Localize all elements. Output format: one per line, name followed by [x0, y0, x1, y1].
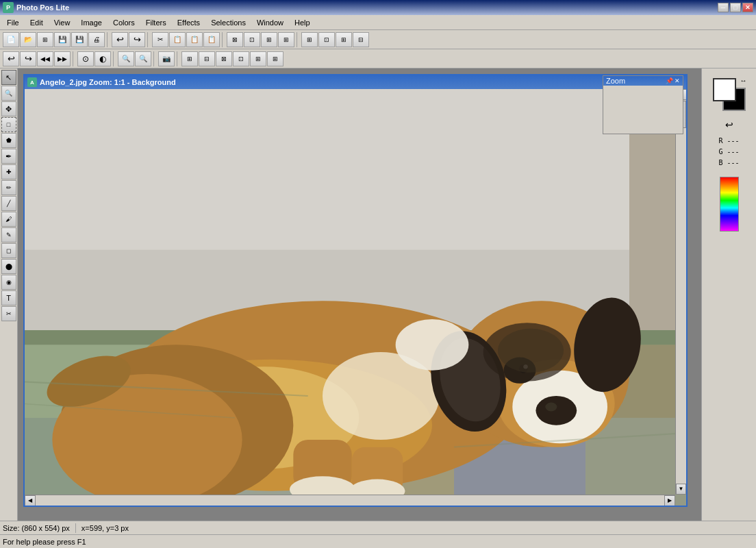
zoom-title-text: Zoom: [606, 77, 625, 85]
save-button[interactable]: 💾: [54, 32, 71, 47]
halfcircle-btn[interactable]: ◐: [94, 51, 111, 66]
paste-button[interactable]: 📋: [186, 32, 203, 47]
menu-window[interactable]: Window: [251, 17, 289, 28]
text-tool-button[interactable]: T: [1, 290, 16, 306]
separator-5: [73, 51, 75, 66]
left-toolbar: ↖ 🔍 ✥ □ ⬟ ✒ ✚ ✏ ╱ 🖌 ✎ ◻ ⬤ ◉ T ✂: [0, 68, 18, 521]
app-icon: P: [3, 2, 14, 13]
foreground-color-swatch[interactable]: [713, 78, 736, 101]
horizontal-scrollbar[interactable]: ◀ ▶: [25, 495, 675, 506]
main-layout: ↖ 🔍 ✥ □ ⬟ ✒ ✚ ✏ ╱ 🖌 ✎ ◻ ⬤ ◉ T ✂ A Angelo…: [0, 68, 756, 521]
zoom-fit-button[interactable]: ⊞: [301, 32, 318, 47]
grid4-btn[interactable]: ⊡: [233, 51, 249, 66]
separator-2: [147, 32, 150, 47]
color-spectrum[interactable]: [720, 177, 739, 232]
line-tool-button[interactable]: ╱: [1, 196, 16, 211]
zoom-tool-button[interactable]: 🔍: [1, 86, 16, 101]
toolbar-1: 📄 📂 ⊞ 💾 💾 🖨 ↩ ↪ ✂ 📋 📋 📋 ⊠ ⊡ ⊞ ⊞ ⊞ ⊡ ⊞ ⊟: [0, 30, 756, 49]
grid5-btn[interactable]: ⊞: [250, 51, 266, 66]
help-status-bar: For help please press F1: [0, 534, 756, 548]
menu-edit[interactable]: Edit: [25, 17, 49, 28]
undo-button[interactable]: ↩: [112, 32, 128, 47]
image-window-titlebar[interactable]: A Angelo_2.jpg Zoom: 1:1 - Background ─ …: [25, 75, 686, 89]
title-bar: P Photo Pos Lite ─ □ ✕: [0, 0, 756, 15]
crosshair-button[interactable]: ✚: [1, 164, 16, 179]
zoom-panel: Zoom 📌 ✕: [603, 75, 683, 134]
search2-btn[interactable]: 🔍: [135, 51, 151, 66]
menu-help[interactable]: Help: [289, 17, 316, 28]
scroll-down-button[interactable]: ▼: [676, 484, 686, 495]
zoom-pin-button[interactable]: 📌: [666, 77, 673, 84]
eraser-tool-button[interactable]: ◻: [1, 243, 16, 258]
back-button[interactable]: ↩: [3, 51, 19, 66]
pencil-tool-button[interactable]: ✎: [1, 227, 16, 242]
menu-image[interactable]: Image: [75, 17, 108, 28]
print-button[interactable]: 🖨: [88, 32, 105, 47]
vertical-scrollbar[interactable]: ▲ ▼: [675, 89, 686, 495]
paste-btn2[interactable]: 📋: [203, 32, 220, 47]
circle-btn[interactable]: ⊙: [77, 51, 94, 66]
pen-tool-button[interactable]: ✒: [1, 149, 16, 164]
scroll-right-button[interactable]: ▶: [664, 495, 675, 506]
gradient-tool-button[interactable]: ◉: [1, 275, 16, 290]
minimize-button[interactable]: ─: [718, 3, 729, 12]
menu-selections[interactable]: Selections: [205, 17, 251, 28]
swap-colors-button[interactable]: ↔: [740, 77, 747, 84]
svg-point-41: [498, 329, 564, 373]
search-btn[interactable]: 🔍: [118, 51, 134, 66]
prev-button[interactable]: ◀◀: [37, 51, 53, 66]
open-file-button[interactable]: 📂: [20, 32, 36, 47]
next-button[interactable]: ▶▶: [54, 51, 71, 66]
menu-filters[interactable]: Filters: [140, 17, 172, 28]
flip-button[interactable]: ⊞: [278, 32, 294, 47]
grid3-btn[interactable]: ⊠: [216, 51, 232, 66]
menu-view[interactable]: View: [49, 17, 76, 28]
separator-4: [297, 32, 299, 47]
lasso-tool-button[interactable]: ⬟: [1, 133, 16, 148]
svg-point-33: [545, 403, 557, 412]
image-window-title: Angelo_2.jpg Zoom: 1:1 - Background: [40, 78, 652, 86]
save-as-button[interactable]: 💾: [71, 32, 88, 47]
b-value: B ---: [718, 158, 739, 169]
redo-button[interactable]: ↪: [129, 32, 145, 47]
zoom-close-button[interactable]: ✕: [675, 77, 680, 84]
grid2-btn[interactable]: ⊟: [199, 51, 215, 66]
cut-button[interactable]: ✂: [152, 32, 168, 47]
rotate-button[interactable]: ⊞: [261, 32, 277, 47]
fill-tool-button[interactable]: ⬤: [1, 259, 16, 274]
grid-btn[interactable]: ⊞: [181, 51, 198, 66]
zoom-out-button[interactable]: ⊟: [353, 32, 369, 47]
close-button[interactable]: ✕: [742, 3, 753, 12]
separator-7: [153, 51, 156, 66]
camera-btn[interactable]: 📷: [158, 51, 175, 66]
menu-bar: File Edit View Image Colors Filters Effe…: [0, 15, 756, 30]
separator-6: [113, 51, 116, 66]
help-text: For help please press F1: [3, 538, 86, 546]
forward-button[interactable]: ↪: [20, 51, 36, 66]
draw-tool-button[interactable]: ✏: [1, 180, 16, 195]
reset-colors-icon[interactable]: ↩: [725, 119, 733, 130]
canvas-area[interactable]: A Angelo_2.jpg Zoom: 1:1 - Background ─ …: [18, 68, 701, 521]
image-window-icon: A: [27, 77, 37, 87]
scissor-tool-button[interactable]: ✂: [1, 306, 16, 321]
zoom-100-button[interactable]: ⊡: [318, 32, 335, 47]
maximize-button[interactable]: □: [730, 3, 741, 12]
arrow-tool-button[interactable]: ↖: [1, 70, 16, 85]
image-content[interactable]: ▲ ▼ ◀ ▶: [25, 89, 686, 506]
grid6-btn[interactable]: ⊞: [267, 51, 284, 66]
crop-button[interactable]: ⊠: [227, 32, 243, 47]
image-window: A Angelo_2.jpg Zoom: 1:1 - Background ─ …: [23, 74, 688, 507]
resize-button[interactable]: ⊡: [244, 32, 260, 47]
move-tool-button[interactable]: ✥: [1, 101, 16, 116]
brush-tool-button[interactable]: 🖌: [1, 212, 16, 227]
menu-colors[interactable]: Colors: [108, 17, 140, 28]
new-file-button[interactable]: 📄: [3, 32, 19, 47]
separator-1: [107, 32, 110, 47]
menu-effects[interactable]: Effects: [172, 17, 205, 28]
scroll-left-button[interactable]: ◀: [25, 495, 36, 506]
copy-button[interactable]: 📋: [169, 32, 186, 47]
menu-file[interactable]: File: [1, 17, 25, 28]
rect-select-button[interactable]: □: [1, 117, 16, 132]
zoom-in-button[interactable]: ⊞: [336, 32, 352, 47]
browse-button[interactable]: ⊞: [37, 32, 53, 47]
